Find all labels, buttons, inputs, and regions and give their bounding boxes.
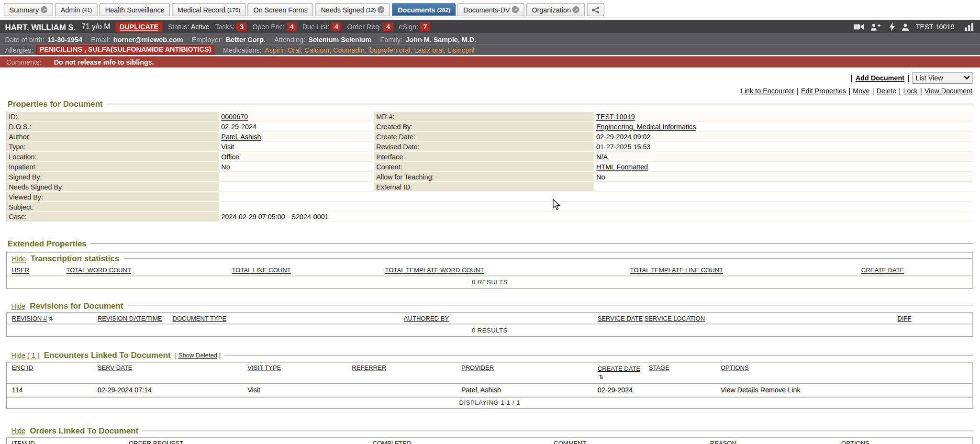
medication-link-coumadin[interactable]: Coumadin (333, 46, 364, 54)
column-header-link[interactable]: OPTIONS (721, 364, 749, 371)
column-header-link[interactable]: COMMENT (554, 440, 586, 444)
column-header-link[interactable]: PROVIDER (461, 364, 494, 371)
tab-organization[interactable]: Organization↗ (526, 3, 585, 16)
revisions-empty: 0 RESULTS (7, 324, 972, 336)
cell: 02-29-2024 07:14 (92, 384, 242, 397)
column-header-link[interactable]: TOTAL LINE COUNT (232, 267, 291, 274)
option-link-remove-link[interactable]: Remove Link (760, 386, 801, 394)
comments-text: Do not release info to siblings. (54, 58, 154, 66)
separator: | (851, 74, 853, 82)
action-lock[interactable]: Lock (903, 87, 917, 95)
column-header-link[interactable]: CREATE DATE (598, 365, 641, 372)
duplicate-badge[interactable]: DUPLICATE (116, 22, 162, 32)
add-document-link[interactable]: Add Document (856, 74, 904, 82)
column-header-link[interactable]: USER (12, 267, 29, 274)
action-delete[interactable]: Delete (877, 87, 897, 95)
esign-badge[interactable]: 7 (420, 22, 430, 31)
column-header-link[interactable]: TOTAL TEMPLATE WORD COUNT (385, 267, 484, 274)
popout-icon[interactable]: ↗ (512, 6, 519, 13)
separator: | (217, 352, 221, 358)
column-header-link[interactable]: AUTHORED BY (404, 315, 449, 322)
column-header-link[interactable]: REFERRER (352, 364, 386, 371)
tasks-badge[interactable]: 3 (236, 22, 246, 31)
column-header-total-template-line-count: TOTAL TEMPLATE LINE COUNT (625, 265, 856, 276)
column-header-link[interactable]: DOCUMENT TYPE (172, 315, 226, 322)
email-value[interactable]: horner@mieweb.com (113, 35, 183, 43)
allergies-label: Allergies: (5, 46, 33, 54)
tab-needs-signed[interactable]: Needs Signed(12)↗ (315, 3, 390, 16)
encounters-hide-link[interactable]: Hide ( 1 ) (11, 352, 40, 359)
separator: | (872, 87, 874, 95)
medication-link-ibuprofen-oral[interactable]: ibuprofen oral (368, 46, 411, 54)
due-list-badge[interactable]: 4 (332, 22, 342, 31)
column-header-link[interactable]: REASON (710, 440, 736, 444)
separator: | (899, 87, 901, 95)
medication-link-lasix-oral[interactable]: Lasix oral (414, 46, 444, 54)
popout-icon[interactable]: ↗ (41, 6, 47, 13)
person-icon[interactable] (902, 23, 910, 31)
column-header-link[interactable]: SERVICE LOCATION (645, 315, 705, 322)
video-camera-icon[interactable] (854, 23, 864, 31)
prop-value-link[interactable]: 0000670 (221, 113, 248, 121)
column-header-link[interactable]: OPTIONS (841, 440, 869, 444)
tab-summary[interactable]: Summary↗ (4, 3, 53, 16)
column-header-link[interactable]: ENC ID (12, 364, 33, 371)
prop-value: 2024-02-29 07:05:00 - S2024-0001 (219, 212, 973, 222)
action-link-to-encounter[interactable]: Link to Encounter (741, 87, 794, 95)
view-select[interactable]: List View (913, 72, 972, 84)
action-view-document[interactable]: View Document (924, 87, 972, 95)
medication-link-lisinopril[interactable]: Lisinopril (447, 46, 475, 54)
open-enc-badge[interactable]: 4 (287, 22, 297, 31)
column-header-link[interactable]: SERVICE DATE (598, 315, 643, 322)
prop-value-link[interactable]: TEST-10019 (596, 113, 635, 121)
prop-value-link[interactable]: Engineering, Medical Informatics (596, 123, 696, 131)
lightning-icon[interactable] (890, 22, 895, 31)
column-header-link[interactable]: TOTAL TEMPLATE LINE COUNT (630, 267, 724, 274)
tasks-group: Tasks: 3 (215, 23, 247, 31)
orders-hide-link[interactable]: Hide (11, 427, 26, 434)
column-header-link[interactable]: REVISION # (12, 315, 47, 322)
action-edit-properties[interactable]: Edit Properties (801, 87, 846, 95)
tab-health-surveillance[interactable]: Health Surveillance (100, 3, 170, 16)
column-header-serv-date: SERV DATE (92, 363, 242, 383)
medication-link-aspirin-oral[interactable]: Aspirin Oral (265, 46, 301, 54)
add-person-icon[interactable] (871, 23, 881, 31)
prop-value-link[interactable]: HTML Formatted (596, 163, 648, 171)
patient-name: HART, WILLIAM S. (5, 22, 76, 32)
column-header-link[interactable]: TOTAL WORD COUNT (66, 267, 131, 274)
medication-link-calcium[interactable]: Calcium (304, 46, 329, 54)
show-deleted-link[interactable]: Show Deleted (178, 352, 217, 358)
chart-icon[interactable] (964, 22, 975, 31)
column-header-service-date: SERVICE DATE (592, 313, 639, 323)
popout-icon[interactable]: ↗ (378, 6, 384, 13)
tab-medical-record[interactable]: Medical Record(175) (172, 3, 246, 16)
prop-value-link[interactable]: Patel, Ashish (221, 133, 261, 141)
column-header-link[interactable]: ORDER REQUEST (129, 440, 183, 444)
column-header-link[interactable]: REVISION DATE/TIME (98, 315, 162, 322)
share-button[interactable] (587, 3, 605, 16)
allergy-badge[interactable]: PENICILLINS , SULFA(SULFONAMIDE ANTIBIOT… (36, 45, 214, 55)
column-header-link[interactable]: CREATE DATE (861, 267, 904, 274)
transcription-hide-link[interactable]: Hide (12, 255, 26, 262)
tab-documents[interactable]: Documents(282) (392, 3, 456, 16)
mouse-cursor (553, 199, 560, 211)
prop-value (219, 172, 374, 182)
tab-admin[interactable]: Admin(41) (55, 3, 98, 16)
sort-icon[interactable]: ⇅ (599, 374, 603, 381)
column-header-link[interactable]: STAGE (649, 364, 669, 371)
action-move[interactable]: Move (853, 87, 869, 95)
divider (225, 355, 973, 355)
tab-documents-dv[interactable]: Documents-DV↗ (458, 3, 524, 16)
column-header-link[interactable]: VISIT TYPE (247, 364, 281, 371)
revisions-hide-link[interactable]: Hide (11, 302, 26, 310)
sort-icon[interactable]: ⇅ (48, 316, 53, 322)
option-link-view-details[interactable]: View Details (721, 386, 758, 394)
column-header-link[interactable]: ITEM ID (12, 440, 35, 444)
prop-value (219, 182, 374, 192)
column-header-link[interactable]: COMPLETED (372, 440, 411, 444)
column-header-link[interactable]: SERV DATE (98, 364, 133, 371)
tab-on-screen-forms[interactable]: On Screen Forms (248, 3, 313, 16)
popout-icon[interactable]: ↗ (573, 6, 579, 13)
column-header-link[interactable]: DIFF (898, 315, 912, 322)
order-req-badge[interactable]: 4 (383, 22, 393, 31)
